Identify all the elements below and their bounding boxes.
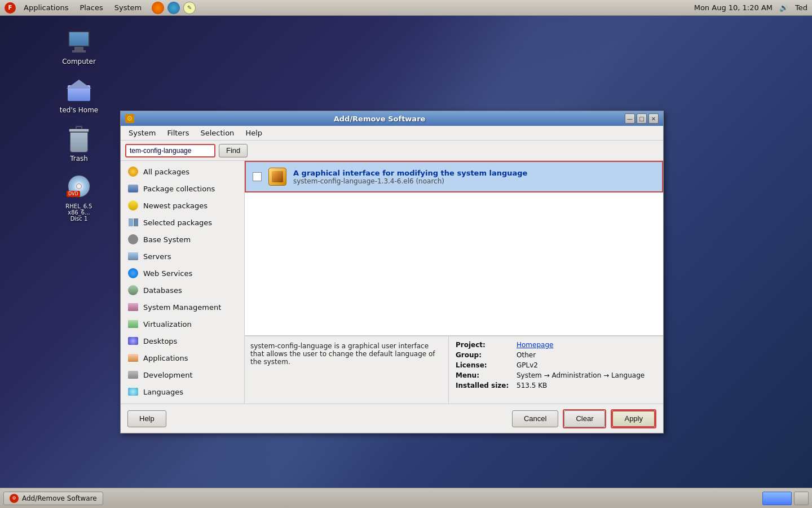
help-button[interactable]: Help bbox=[127, 410, 166, 427]
dvd-shape: DVD bbox=[67, 175, 91, 200]
dialog-menubar: System Filters Selection Help bbox=[121, 126, 663, 141]
sidebar-item-newest-packages[interactable]: Newest packages bbox=[121, 197, 244, 214]
pkg-collections-icon-shape bbox=[128, 185, 138, 192]
fedora-icon: F bbox=[5, 2, 16, 14]
group-value: Other bbox=[517, 351, 536, 359]
taskbar-top: F Applications Places System ✎ Mon Aug 1… bbox=[0, 0, 812, 16]
places-menu[interactable]: Places bbox=[74, 2, 108, 13]
username-display: Ted bbox=[795, 3, 807, 12]
taskbar-bottom-right bbox=[762, 492, 809, 505]
all-packages-icon bbox=[127, 166, 139, 177]
selected-packages-icon-shape bbox=[129, 218, 138, 226]
computer-icon[interactable]: Computer bbox=[56, 28, 102, 65]
search-input[interactable] bbox=[125, 144, 215, 157]
cancel-button[interactable]: Cancel bbox=[512, 410, 558, 427]
system-management-icon-shape bbox=[128, 303, 138, 311]
sidebar-item-web-services[interactable]: Web Services bbox=[121, 265, 244, 282]
teds-home-icon[interactable]: ted's Home bbox=[56, 77, 102, 114]
package-item-system-config-language[interactable]: A graphical interface for modifying the … bbox=[245, 161, 663, 192]
servers-icon-shape bbox=[128, 252, 138, 260]
sidebar-item-all-packages[interactable]: All packages bbox=[121, 163, 244, 180]
pkg-subtitle: system-config-language-1.3.4-6.el6 (noar… bbox=[293, 177, 655, 185]
sidebar-item-languages[interactable]: Languages bbox=[121, 383, 244, 400]
sidebar-item-system-management[interactable]: System Management bbox=[121, 299, 244, 316]
sidebar-item-selected-packages[interactable]: Selected packages bbox=[121, 214, 244, 231]
project-label: Project: bbox=[456, 341, 512, 349]
menu-value: System → Administration → Language bbox=[517, 371, 645, 379]
pkg-title: A graphical interface for modifying the … bbox=[293, 169, 655, 177]
development-icon bbox=[127, 369, 139, 380]
system-menu[interactable]: System bbox=[109, 2, 147, 13]
pkg-checkbox[interactable] bbox=[253, 172, 262, 181]
browser-icon[interactable] bbox=[167, 2, 180, 14]
menu-help[interactable]: Help bbox=[241, 128, 267, 138]
servers-icon bbox=[127, 251, 139, 262]
dialog-title: Add/Remove Software bbox=[138, 115, 621, 123]
trash-shape bbox=[69, 126, 89, 152]
sidebar: All packages Package collections Newest … bbox=[121, 161, 245, 404]
desktops-label: Desktops bbox=[143, 337, 177, 345]
installed-size-value: 513.5 KB bbox=[517, 382, 547, 389]
menu-filters[interactable]: Filters bbox=[162, 128, 193, 138]
firefox-icon[interactable] bbox=[152, 2, 164, 14]
sidebar-item-package-collections[interactable]: Package collections bbox=[121, 180, 244, 197]
databases-label: Databases bbox=[143, 286, 182, 295]
trash-body bbox=[70, 132, 88, 152]
description-panel: system-config-language is a graphical us… bbox=[245, 336, 663, 404]
sidebar-item-base-system[interactable]: Base System bbox=[121, 231, 244, 248]
quick-launch: ✎ bbox=[152, 2, 196, 14]
taskbar-item-icon: ⚙ bbox=[10, 494, 19, 503]
close-button[interactable]: ✕ bbox=[648, 113, 659, 124]
dvd-label: RHEL_6.5 x86_6...Disc 1 bbox=[56, 203, 102, 222]
dvd-icon[interactable]: DVD RHEL_6.5 x86_6...Disc 1 bbox=[56, 174, 102, 222]
desktops-icon bbox=[127, 335, 139, 347]
maximize-button[interactable]: □ bbox=[637, 113, 647, 124]
menu-system[interactable]: System bbox=[124, 128, 160, 138]
dialog-toolbar: Find bbox=[121, 141, 663, 161]
apply-button[interactable]: Apply bbox=[612, 410, 655, 427]
virtualization-icon bbox=[127, 318, 139, 330]
sidebar-item-development[interactable]: Development bbox=[121, 366, 244, 383]
applications-menu[interactable]: Applications bbox=[18, 2, 74, 13]
all-packages-icon-shape bbox=[128, 167, 138, 177]
volume-icon: 🔊 bbox=[779, 3, 788, 12]
sidebar-item-virtualization[interactable]: Virtualization bbox=[121, 316, 244, 332]
applications-icon bbox=[127, 352, 139, 364]
base bbox=[72, 50, 86, 52]
show-desktop-button[interactable] bbox=[762, 492, 792, 505]
sidebar-item-databases[interactable]: Databases bbox=[121, 282, 244, 299]
sidebar-item-desktops[interactable]: Desktops bbox=[121, 332, 244, 349]
base-system-label: Base System bbox=[143, 235, 191, 244]
pkg-text: A graphical interface for modifying the … bbox=[293, 169, 655, 185]
dvd-label: DVD bbox=[67, 191, 80, 197]
sidebar-item-servers[interactable]: Servers bbox=[121, 248, 244, 265]
web-services-label: Web Services bbox=[143, 269, 192, 278]
minimize-button[interactable]: — bbox=[625, 113, 635, 124]
virtualization-label: Virtualization bbox=[143, 320, 192, 329]
system-management-icon bbox=[127, 301, 139, 313]
applications-icon-shape bbox=[128, 354, 138, 362]
base-system-icon bbox=[127, 234, 139, 245]
base-system-icon-shape bbox=[128, 234, 138, 244]
project-link[interactable]: Homepage bbox=[517, 341, 553, 349]
pkg-icon-inner bbox=[272, 171, 283, 182]
menu-label: Menu: bbox=[456, 371, 512, 379]
find-button[interactable]: Find bbox=[219, 144, 248, 157]
home-roof bbox=[67, 80, 91, 89]
dvd-hole bbox=[76, 183, 82, 189]
development-label: Development bbox=[143, 371, 193, 379]
pkg-collections-icon bbox=[127, 183, 139, 194]
taskbar-right-btn2[interactable] bbox=[794, 492, 809, 505]
selpkg-inner1 bbox=[129, 218, 133, 226]
computer-label: Computer bbox=[62, 58, 96, 65]
menu-selection[interactable]: Selection bbox=[196, 128, 239, 138]
package-list[interactable]: A graphical interface for modifying the … bbox=[245, 161, 663, 336]
taskbar-bottom-item-software[interactable]: ⚙ Add/Remove Software bbox=[3, 492, 103, 505]
sidebar-item-applications[interactable]: Applications bbox=[121, 349, 244, 366]
editor-icon[interactable]: ✎ bbox=[183, 2, 196, 14]
trash-icon[interactable]: Trash bbox=[56, 125, 102, 163]
languages-icon-shape bbox=[128, 388, 138, 396]
desktop-icons-area: Computer ted's Home Trash bbox=[56, 28, 102, 222]
newest-packages-label: Newest packages bbox=[143, 202, 208, 210]
clear-button[interactable]: Clear bbox=[564, 410, 605, 427]
